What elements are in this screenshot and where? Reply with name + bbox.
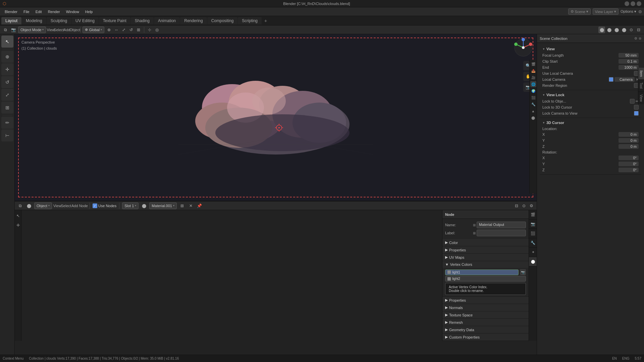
prop-icon-object[interactable]: ⬛ bbox=[530, 95, 536, 101]
normals-header[interactable]: ▶ Normals bbox=[442, 304, 529, 311]
prop-icon-output[interactable]: 📤 bbox=[530, 68, 536, 74]
tab-animation[interactable]: Animation bbox=[154, 17, 180, 24]
view-tab[interactable]: View bbox=[638, 92, 644, 105]
node-toggle-icon1[interactable]: ⊟ bbox=[513, 202, 520, 209]
node-toggle-icon2[interactable]: ⊙ bbox=[521, 202, 527, 209]
object-mode-dropdown[interactable]: Object Mode ▾ bbox=[18, 26, 46, 33]
prop-tab-renderlayers[interactable]: 📷 bbox=[529, 220, 537, 229]
prop-icon-render[interactable]: 🎬 bbox=[530, 61, 536, 67]
tab-sculpting[interactable]: Sculpting bbox=[47, 17, 71, 24]
view-menu[interactable]: View bbox=[47, 26, 54, 33]
tab-modeling[interactable]: Modeling bbox=[22, 17, 46, 24]
viewport-shade-wire[interactable]: ⬤ bbox=[621, 26, 627, 33]
tool-select[interactable]: ↖ bbox=[1, 36, 13, 48]
texture-space-header[interactable]: ▶ Texture Space bbox=[442, 311, 529, 318]
node-editor-type[interactable]: ⧉ bbox=[17, 202, 23, 209]
minimize-button[interactable]: ─ bbox=[625, 1, 629, 6]
node-color-header[interactable]: ▶ Color bbox=[442, 239, 529, 246]
view-lock-header[interactable]: ▼ View Lock bbox=[542, 92, 639, 98]
tool-transform[interactable]: ⊞ bbox=[1, 102, 13, 114]
view-layer-selector[interactable]: View Layer ▾ bbox=[593, 8, 619, 15]
copy-mat-icon[interactable]: ⊞ bbox=[179, 202, 185, 209]
transform-icon1[interactable]: ⊕ bbox=[106, 26, 112, 33]
transform-global[interactable]: ⊕ Global ▾ bbox=[83, 26, 104, 33]
menu-render[interactable]: Render bbox=[45, 9, 63, 14]
viewport-camera-icon[interactable]: 📷 bbox=[10, 26, 17, 33]
menu-help[interactable]: Help bbox=[83, 9, 96, 14]
transform-icon3[interactable]: ⤢ bbox=[120, 26, 127, 33]
use-nodes-toggle[interactable]: ✓ Use Nodes bbox=[93, 203, 116, 208]
local-camera-name[interactable]: Camera bbox=[614, 77, 635, 82]
options-btn[interactable]: Options ▾ bbox=[621, 9, 636, 14]
scene-options[interactable]: ⚙ bbox=[634, 37, 637, 40]
local-camera-checkbox[interactable] bbox=[609, 77, 613, 82]
prop-icon-modifier[interactable]: 🔧 bbox=[530, 101, 536, 107]
view-section-header[interactable]: ▼ View bbox=[542, 46, 639, 52]
lock-to-obj-checkbox[interactable] bbox=[630, 99, 635, 104]
vc-render-toggle[interactable]: 📷 bbox=[520, 269, 526, 275]
uv-maps-header[interactable]: ▶ UV Maps bbox=[442, 254, 529, 261]
tab-texture-paint[interactable]: Texture Paint bbox=[99, 17, 130, 24]
cursor-z-value[interactable]: 0 m bbox=[619, 144, 639, 149]
transform-icon2[interactable]: ↔ bbox=[113, 26, 120, 33]
object-menu[interactable]: Object bbox=[71, 26, 78, 33]
node-view[interactable]: View bbox=[54, 202, 61, 209]
prop-tab-object[interactable]: ⬛ bbox=[529, 229, 537, 238]
tool-annotate[interactable]: ✏ bbox=[1, 117, 13, 129]
tab-compositing[interactable]: Compositing bbox=[207, 17, 238, 24]
tool-measure[interactable]: ⊢ bbox=[1, 129, 13, 141]
geometry-data-header[interactable]: ▶ Geometry Data bbox=[442, 326, 529, 333]
menu-file[interactable]: File bbox=[21, 9, 32, 14]
del-mat-icon[interactable]: ✕ bbox=[187, 202, 194, 209]
toggle-overlay[interactable]: ⊙ bbox=[628, 26, 635, 33]
prop-tab-scene[interactable]: 🎬 bbox=[529, 210, 537, 220]
cursor-y-value[interactable]: 0 m bbox=[619, 138, 639, 143]
cursor-rz-value[interactable]: 0° bbox=[619, 168, 639, 172]
proportional-icon[interactable]: ◎ bbox=[154, 26, 160, 33]
engine-selector[interactable]: ⚙ Scene ▾ bbox=[568, 8, 591, 15]
maximize-button[interactable]: □ bbox=[631, 1, 635, 6]
cursor-x-value[interactable]: 0 m bbox=[619, 132, 639, 137]
mat-sphere-icon[interactable]: ⬤ bbox=[141, 202, 147, 209]
node-add[interactable]: Add bbox=[71, 202, 78, 209]
window-controls[interactable]: ─ □ ✕ bbox=[625, 1, 641, 6]
tab-layout[interactable]: Layout bbox=[1, 17, 21, 24]
remesh-header[interactable]: ▶ Remesh bbox=[442, 319, 529, 326]
vc-item-light2[interactable]: light2 bbox=[445, 276, 526, 282]
custom-properties-header[interactable]: ▶ Custom Properties bbox=[442, 334, 529, 341]
viewport-canvas[interactable]: Camera Perspective (1) Collection | clou… bbox=[15, 34, 537, 201]
prop-tab-modifier[interactable]: 🔧 bbox=[529, 238, 537, 248]
context-menu-label[interactable]: Context Menu bbox=[3, 357, 23, 360]
lock-to-cursor-checkbox[interactable] bbox=[634, 105, 639, 110]
viewport-shade-mat[interactable]: ⬤ bbox=[613, 26, 620, 33]
prop-icon-world[interactable]: 🌍 bbox=[530, 88, 536, 94]
pin-mat-icon[interactable]: 📌 bbox=[196, 202, 203, 209]
clip-start-value[interactable]: 0.1 m bbox=[619, 59, 639, 64]
tab-uv-editing[interactable]: UV Editing bbox=[71, 17, 99, 24]
viewport-shade-rendered[interactable]: ⬤ bbox=[606, 26, 612, 33]
clip-end-value[interactable]: 1000 m bbox=[619, 65, 639, 70]
cursor-ry-value[interactable]: 0° bbox=[619, 162, 639, 166]
node-label-field[interactable] bbox=[477, 230, 526, 236]
viewport-gizmo[interactable] bbox=[513, 38, 533, 58]
prop-tab-particles[interactable]: ✦ bbox=[529, 248, 537, 257]
node-tool1[interactable]: ↖ bbox=[15, 212, 21, 220]
slot-dropdown[interactable]: Slot 1 ▾ bbox=[122, 202, 139, 209]
vc-item-light1[interactable]: light1 📷 bbox=[445, 269, 526, 275]
tool-scale[interactable]: ⤢ bbox=[1, 89, 13, 101]
scene-filter[interactable]: ⊜ bbox=[639, 37, 641, 40]
lock-camera-view-checkbox[interactable] bbox=[634, 111, 639, 116]
prop-icon-view[interactable]: 🎥 bbox=[530, 74, 536, 80]
tool-cursor[interactable]: ⊕ bbox=[1, 51, 13, 63]
snap-icon[interactable]: ⊹ bbox=[146, 26, 153, 33]
node-toggle-icon3[interactable]: ⚙ bbox=[528, 202, 535, 209]
menu-blender[interactable]: Blender bbox=[2, 9, 20, 14]
prop-icon-scene[interactable]: 🌐 bbox=[530, 81, 536, 87]
tool-rotate[interactable]: ↺ bbox=[1, 76, 13, 88]
material-dropdown[interactable]: Material.001 ▾ bbox=[149, 202, 177, 209]
item-tab[interactable]: Item bbox=[638, 68, 644, 80]
tab-scripting[interactable]: Scripting bbox=[238, 17, 262, 24]
close-button[interactable]: ✕ bbox=[637, 1, 641, 6]
menu-edit[interactable]: Edit bbox=[33, 9, 45, 14]
tool-move[interactable]: ✛ bbox=[1, 63, 13, 75]
